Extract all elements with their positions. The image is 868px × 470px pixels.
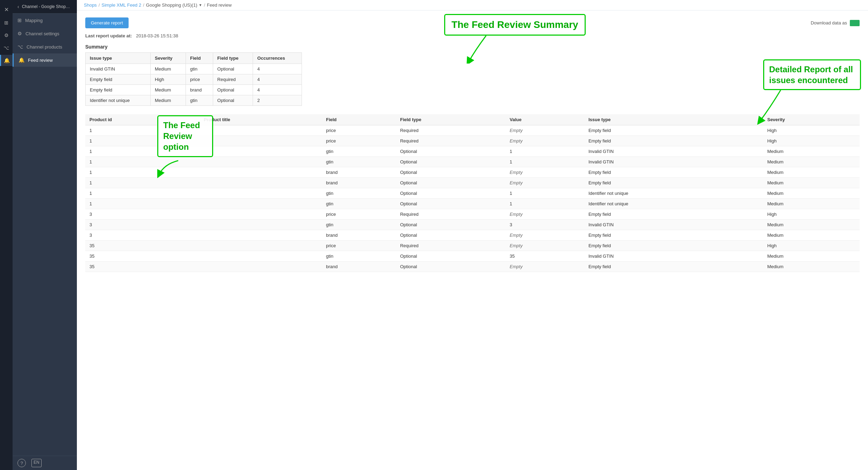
detail-field: gtin [322, 220, 396, 230]
detail-product-title [200, 136, 322, 146]
detail-product-title [200, 251, 322, 262]
summary-col-issue-type: Issue type [86, 53, 151, 64]
language-button[interactable]: EN [31, 459, 42, 467]
grid-icon[interactable]: ⊞ [1, 17, 11, 28]
csv-download-icon[interactable] [850, 20, 860, 26]
summary-occurrences: 4 [253, 85, 302, 95]
download-area: Download data as [811, 20, 860, 26]
summary-field-type: Optional [213, 95, 253, 106]
summary-field: brand [186, 85, 213, 95]
detail-value: 35 [506, 251, 584, 262]
detail-severity: Medium [763, 167, 860, 178]
detail-product-id: 3 [85, 220, 200, 230]
detail-table-row: 35 brand Optional Empty Empty field Medi… [85, 262, 860, 272]
breadcrumb-feed-review: Feed review [207, 2, 232, 8]
help-button[interactable]: ? [17, 459, 26, 467]
detail-field: price [322, 241, 396, 251]
detail-value: Empty [506, 125, 584, 136]
last-update-value: 2018-03-26 15:51:38 [136, 33, 178, 38]
detail-table-row: 3 price Required Empty Empty field High [85, 209, 860, 220]
sidebar-footer: ? EN [13, 456, 77, 470]
detail-field: brand [322, 167, 396, 178]
main-content: Shops / Simple XML Feed 2 / Google Shopp… [77, 0, 868, 470]
dropdown-chevron-icon: ▼ [199, 3, 202, 7]
feed-review-option-annotation-wrapper: The Feed Review option [157, 115, 213, 178]
detail-field: gtin [322, 157, 396, 167]
google-shopping-label: Google Shopping (US)(1) [146, 2, 197, 8]
sidebar-item-mapping[interactable]: ⊞ Mapping [13, 14, 77, 27]
summary-table-row: Empty field High price Required 4 [86, 74, 302, 85]
page-body: The Feed Review Summary Detailed Report … [77, 10, 868, 470]
detail-table-row: 35 gtin Optional 35 Invalid GTIN Medium [85, 251, 860, 262]
detail-value: Empty [506, 178, 584, 188]
sidebar-label-mapping: Mapping [25, 18, 43, 23]
detail-field-type: Optional [396, 251, 506, 262]
tag-icon[interactable]: ⌥ [1, 42, 12, 53]
sidebar-item-channel-products[interactable]: ⌥ Channel products [13, 40, 77, 53]
detail-severity: High [763, 125, 860, 136]
feed-review-option-annotation-box: The Feed Review option [157, 115, 213, 157]
bell-icon[interactable]: 🔔 [0, 55, 13, 66]
detail-field: gtin [322, 199, 396, 209]
detail-issue-type: Empty field [584, 125, 763, 136]
back-chevron-icon[interactable]: ‹ [17, 4, 19, 9]
summary-table-row: Invalid GTIN Medium gtin Optional 4 [86, 64, 302, 74]
breadcrumb-shops[interactable]: Shops [84, 2, 97, 8]
detail-field: brand [322, 262, 396, 272]
detail-table-row: 1 brand Optional Empty Empty field Mediu… [85, 178, 860, 188]
gear-icon[interactable]: ⚙ [1, 30, 12, 41]
detail-issue-type: Invalid GTIN [584, 251, 763, 262]
detail-issue-type: Empty field [584, 209, 763, 220]
sidebar-item-channel-settings[interactable]: ⚙ Channel settings [13, 27, 77, 40]
detail-field-type: Optional [396, 146, 506, 157]
feed-review-icon: 🔔 [19, 57, 24, 63]
detail-product-id: 35 [85, 241, 200, 251]
sidebar-item-feed-review[interactable]: 🔔 Feed review [13, 53, 77, 67]
detail-value: Empty [506, 136, 584, 146]
summary-severity: Medium [151, 64, 186, 74]
detail-issue-type: Empty field [584, 230, 763, 241]
channel-settings-icon: ⚙ [17, 31, 22, 36]
detail-value: Empty [506, 167, 584, 178]
detail-value: 1 [506, 199, 584, 209]
detail-issue-type: Identifier not unique [584, 199, 763, 209]
detail-field-type: Optional [396, 262, 506, 272]
topbar: Shops / Simple XML Feed 2 / Google Shopp… [77, 0, 868, 10]
detail-value: Empty [506, 241, 584, 251]
detailed-report-annotation-wrapper: Detailed Report of all issues encountere… [763, 59, 861, 125]
close-icon[interactable]: ✕ [1, 3, 12, 16]
detail-value: 1 [506, 188, 584, 199]
detail-product-title [200, 220, 322, 230]
download-label: Download data as [811, 20, 847, 25]
summary-occurrences: 2 [253, 95, 302, 106]
summary-col-field-type: Field type [213, 53, 253, 64]
detail-field-type: Optional [396, 157, 506, 167]
summary-field: gtin [186, 95, 213, 106]
detail-issue-type: Invalid GTIN [584, 146, 763, 157]
detail-severity: Medium [763, 199, 860, 209]
detail-product-id: 1 [85, 178, 200, 188]
detail-severity: High [763, 209, 860, 220]
detail-col-product-title: Product title [200, 114, 322, 125]
detail-issue-type: Identifier not unique [584, 188, 763, 199]
detail-issue-type: Empty field [584, 262, 763, 272]
breadcrumb-sep-1: / [99, 2, 100, 8]
detail-field: price [322, 209, 396, 220]
detail-product-title [200, 125, 322, 136]
detail-product-id: 1 [85, 188, 200, 199]
detail-severity: Medium [763, 220, 860, 230]
detail-col-field: Field [322, 114, 396, 125]
summary-issue-type: Empty field [86, 85, 151, 95]
channel-products-icon: ⌥ [17, 44, 23, 50]
breadcrumb-google-shopping-dropdown[interactable]: Google Shopping (US)(1) ▼ [146, 2, 202, 8]
detail-field-type: Required [396, 209, 506, 220]
detail-field-type: Optional [396, 167, 506, 178]
detail-product-title [200, 146, 322, 157]
generate-report-button[interactable]: Generate report [85, 17, 129, 28]
detail-field-type: Required [396, 241, 506, 251]
detail-table-row: 1 gtin Optional 1 Identifier not unique … [85, 188, 860, 199]
breadcrumb-feed2[interactable]: Simple XML Feed 2 [102, 2, 142, 8]
summary-severity: High [151, 74, 186, 85]
detail-product-title [200, 157, 322, 167]
summary-severity: Medium [151, 95, 186, 106]
